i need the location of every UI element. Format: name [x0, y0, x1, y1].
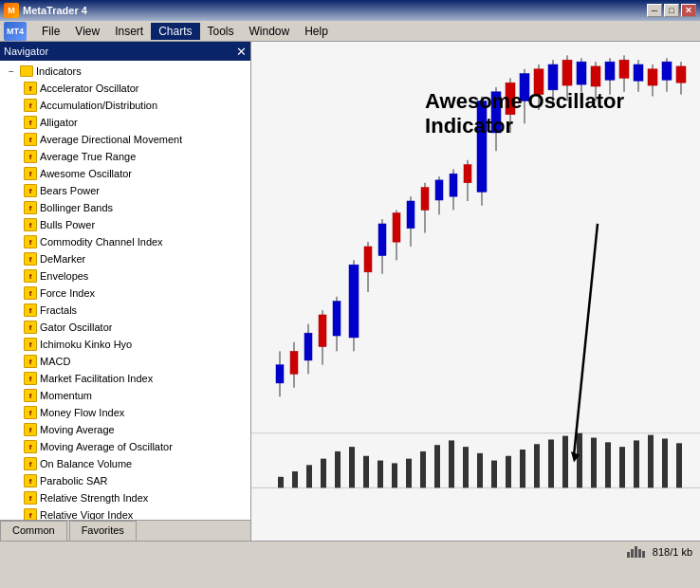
svg-rect-43: [562, 60, 572, 85]
item-label: Average True Range: [40, 151, 136, 162]
tree-root: − Indicators f Accelerator Oscillator: [0, 61, 250, 520]
indicator-icon: f: [23, 422, 38, 437]
indicator-icon: f: [23, 81, 38, 96]
list-item[interactable]: f Envelopes: [19, 267, 250, 285]
title-bar-left: M MetaTrader 4: [4, 3, 87, 18]
navigator-body: − Indicators f Accelerator Oscillator: [0, 61, 250, 541]
navigator-close-button[interactable]: ✕: [236, 46, 247, 58]
tree-indicators-root[interactable]: − Indicators: [0, 63, 250, 80]
item-label: Parabolic SAR: [40, 475, 108, 487]
svg-rect-89: [676, 443, 682, 487]
tab-favorites[interactable]: Favorites: [69, 521, 137, 541]
list-item[interactable]: f Awesome Oscillator: [19, 165, 250, 182]
svg-rect-57: [662, 62, 672, 80]
menu-view[interactable]: View: [67, 23, 107, 40]
svg-rect-45: [577, 62, 586, 84]
list-item[interactable]: f Momentum: [19, 387, 250, 404]
svg-rect-51: [619, 60, 629, 78]
menu-help[interactable]: Help: [297, 23, 336, 40]
svg-rect-83: [591, 438, 597, 488]
svg-rect-76: [491, 461, 497, 488]
list-item[interactable]: f Average Directional Movement: [19, 131, 250, 148]
indicators-label: Indicators: [36, 65, 82, 77]
menu-file[interactable]: File: [34, 23, 67, 40]
item-label: Relative Vigor Index: [40, 509, 133, 520]
seg2: [631, 549, 634, 558]
list-item[interactable]: f Parabolic SAR: [19, 472, 250, 489]
item-label: Fractals: [40, 304, 77, 316]
svg-rect-5: [290, 351, 298, 374]
tree-container[interactable]: − Indicators f Accelerator Oscillator: [0, 61, 250, 520]
list-item[interactable]: f Market Facilitation Index: [19, 370, 250, 387]
list-item[interactable]: f Bollinger Bands: [19, 199, 250, 216]
indicator-icon: f: [23, 405, 38, 420]
svg-rect-67: [363, 456, 369, 488]
svg-rect-47: [591, 66, 600, 86]
tab-common[interactable]: Common: [0, 521, 67, 541]
menu-logo: MT4: [4, 22, 27, 41]
item-label: On Balance Volume: [40, 458, 132, 469]
indicator-icon: f: [23, 354, 38, 369]
svg-rect-7: [304, 333, 312, 360]
svg-rect-49: [605, 62, 615, 80]
menu-charts[interactable]: Charts: [151, 23, 199, 40]
navigator-tabs: Common Favorites: [0, 520, 250, 541]
item-label: Awesome Oscillator: [40, 168, 132, 179]
indicator-icon: f: [23, 285, 38, 301]
indicator-icon: f: [23, 337, 38, 352]
seg5: [642, 551, 645, 558]
svg-rect-70: [406, 459, 412, 488]
indicator-icon: f: [23, 303, 38, 318]
svg-rect-17: [378, 224, 386, 256]
menu-tools[interactable]: Tools: [200, 23, 242, 40]
list-item[interactable]: f MACD: [19, 353, 250, 370]
list-item[interactable]: f Gator Oscillator: [19, 319, 250, 336]
list-item[interactable]: f Accelerator Oscillator: [19, 80, 250, 97]
item-label: Gator Oscillator: [40, 322, 112, 333]
status-chart-icon: [627, 546, 645, 558]
list-item[interactable]: f Bulls Power: [19, 216, 250, 233]
maximize-button[interactable]: □: [664, 4, 679, 17]
list-item[interactable]: f Moving Average: [19, 421, 250, 438]
list-item[interactable]: f Moving Average of Oscillator: [19, 438, 250, 455]
list-item[interactable]: f Fractals: [19, 302, 250, 319]
svg-rect-72: [434, 445, 440, 487]
seg1: [627, 552, 630, 558]
menu-window[interactable]: Window: [242, 23, 298, 40]
item-label: Market Facilitation Index: [40, 373, 153, 384]
svg-rect-69: [392, 463, 397, 487]
list-item[interactable]: f Force Index: [19, 285, 250, 302]
list-item[interactable]: f DeMarker: [19, 250, 250, 267]
item-label: Bollinger Bands: [40, 202, 113, 213]
minimize-button[interactable]: ─: [647, 4, 662, 17]
list-item[interactable]: f Relative Strength Index: [19, 489, 250, 506]
chart-area[interactable]: Awesome Oscillator Indicator: [251, 42, 700, 541]
item-label: Momentum: [40, 390, 92, 401]
list-item[interactable]: f Commodity Channel Index: [19, 233, 250, 250]
svg-rect-73: [449, 440, 454, 487]
svg-rect-65: [335, 451, 341, 487]
list-item[interactable]: f Alligator: [19, 114, 250, 131]
list-item[interactable]: f Bears Power: [19, 182, 250, 199]
close-button[interactable]: ✕: [681, 4, 696, 17]
svg-rect-21: [407, 201, 414, 229]
annotation-line1: Awesome Oscillator: [425, 89, 624, 114]
indicator-icon: f: [23, 183, 38, 198]
svg-rect-25: [435, 180, 443, 200]
item-label: DeMarker: [40, 253, 85, 265]
svg-rect-82: [577, 433, 582, 488]
indicator-icon: f: [23, 251, 38, 266]
indicator-icon: f: [23, 98, 38, 113]
list-item[interactable]: f Average True Range: [19, 148, 250, 165]
svg-rect-61: [278, 477, 284, 488]
title-bar-text: MetaTrader 4: [23, 5, 87, 16]
list-item[interactable]: f On Balance Volume: [19, 455, 250, 472]
list-item[interactable]: f Money Flow Index: [19, 404, 250, 421]
menu-insert[interactable]: Insert: [107, 23, 151, 40]
indicator-icon: f: [23, 115, 38, 130]
list-item[interactable]: f Relative Vigor Index: [19, 506, 250, 520]
svg-rect-87: [648, 435, 654, 488]
list-item[interactable]: f Ichimoku Kinko Hyo: [19, 336, 250, 353]
item-label: Average Directional Movement: [40, 134, 182, 145]
list-item[interactable]: f Accumulation/Distribution: [19, 97, 250, 114]
